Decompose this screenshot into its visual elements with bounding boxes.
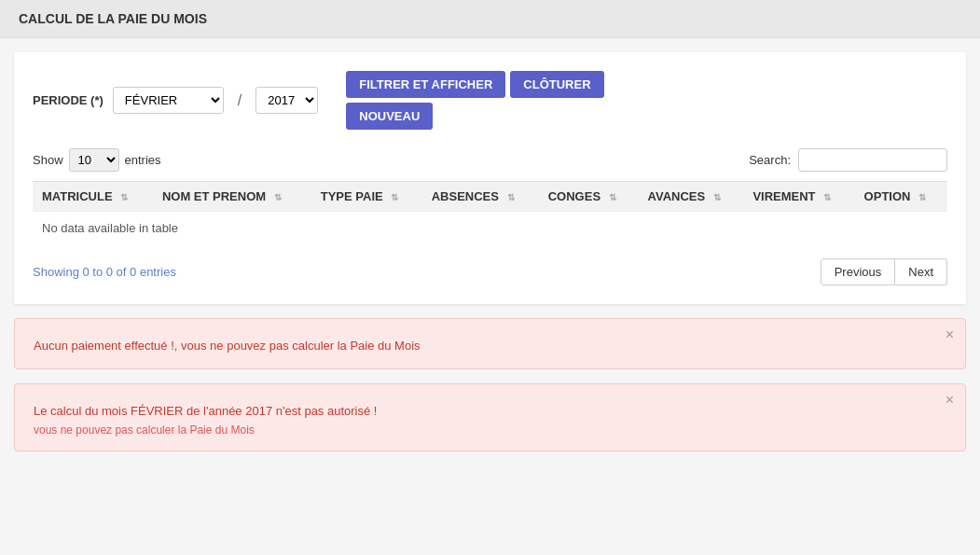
col-nom[interactable]: NOM ET PRENOM ⇅ — [153, 182, 311, 212]
showing-info: Showing 0 to 0 of 0 entries — [33, 265, 176, 279]
sort-icon-nom: ⇅ — [274, 192, 282, 202]
show-entries: Show 10 25 50 100 entries — [33, 148, 161, 172]
action-buttons: FILTRER ET AFFICHER CLÔTURER NOUVEAU — [346, 71, 603, 130]
period-label: PERIODE (*) — [33, 93, 104, 107]
col-absences[interactable]: ABSENCES ⇅ — [422, 182, 539, 212]
alert-close-1[interactable]: × — [945, 326, 954, 343]
col-conges[interactable]: CONGES ⇅ — [539, 182, 639, 212]
sort-icon-absences: ⇅ — [507, 192, 515, 202]
sort-icon-virement: ⇅ — [823, 192, 831, 202]
sort-icon-type: ⇅ — [391, 192, 398, 202]
col-option[interactable]: OPTION ⇅ — [855, 182, 947, 212]
show-label: Show — [33, 153, 63, 167]
alert-no-payment: × Aucun paiement effectué !, vous ne pou… — [14, 318, 966, 369]
page-wrapper: CALCUL DE LA PAIE DU MOIS PERIODE (*) JA… — [0, 0, 980, 555]
sort-icon-option: ⇅ — [918, 192, 926, 202]
col-type[interactable]: TYPE PAIE ⇅ — [311, 182, 422, 212]
close-button[interactable]: CLÔTURER — [510, 71, 603, 98]
alert-2-title: Le calcul du mois FÉVRIER de l'année 201… — [34, 398, 946, 420]
pagination: Previous Next — [821, 258, 947, 285]
no-data-cell: No data available in table — [33, 212, 947, 245]
col-virement[interactable]: VIREMENT ⇅ — [743, 182, 854, 212]
col-matricule[interactable]: MATRICULE ⇅ — [33, 182, 153, 212]
table-header-row: MATRICULE ⇅ NOM ET PRENOM ⇅ TYPE PAIE ⇅ … — [33, 182, 947, 212]
table-footer: Showing 0 to 0 of 0 entries Previous Nex… — [33, 254, 947, 285]
new-button-row: NOUVEAU — [346, 103, 603, 130]
sort-icon-avances: ⇅ — [713, 192, 721, 202]
search-label: Search: — [749, 153, 791, 167]
alert-1-title: Aucun paiement effectué !, vous ne pouve… — [34, 333, 946, 354]
next-button[interactable]: Next — [895, 258, 947, 285]
no-data-row: No data available in table — [33, 212, 947, 245]
search-input[interactable] — [798, 148, 947, 172]
page-title: CALCUL DE LA PAIE DU MOIS — [0, 0, 980, 38]
entries-label: entries — [125, 153, 161, 167]
filter-row: PERIODE (*) JANVIER FÉVRIER MARS AVRIL M… — [33, 71, 947, 130]
data-table: MATRICULE ⇅ NOM ET PRENOM ⇅ TYPE PAIE ⇅ … — [33, 181, 947, 244]
filter-button[interactable]: FILTRER ET AFFICHER — [346, 71, 505, 98]
page-title-text: CALCUL DE LA PAIE DU MOIS — [19, 11, 207, 26]
previous-button[interactable]: Previous — [821, 258, 896, 285]
sort-icon-conges: ⇅ — [609, 192, 616, 202]
datatable-controls: Show 10 25 50 100 entries Search: — [33, 148, 947, 172]
alert-close-2[interactable]: × — [945, 392, 954, 409]
year-select[interactable]: 2015 2016 2017 2018 2019 — [255, 87, 318, 114]
show-select[interactable]: 10 25 50 100 — [69, 148, 119, 172]
month-select[interactable]: JANVIER FÉVRIER MARS AVRIL MAI JUIN JUIL… — [113, 87, 224, 114]
sort-icon-matricule: ⇅ — [120, 192, 128, 202]
alert-calcul-not-authorized: × Le calcul du mois FÉVRIER de l'année 2… — [14, 383, 966, 451]
alert-2-subtitle: vous ne pouvez pas calculer la Paie du M… — [34, 423, 946, 437]
new-button[interactable]: NOUVEAU — [346, 103, 433, 130]
col-avances[interactable]: AVANCES ⇅ — [639, 182, 744, 212]
search-box: Search: — [749, 148, 947, 172]
content-area: PERIODE (*) JANVIER FÉVRIER MARS AVRIL M… — [14, 52, 966, 304]
separator: / — [238, 92, 242, 109]
top-buttons-row: FILTRER ET AFFICHER CLÔTURER — [346, 71, 603, 98]
